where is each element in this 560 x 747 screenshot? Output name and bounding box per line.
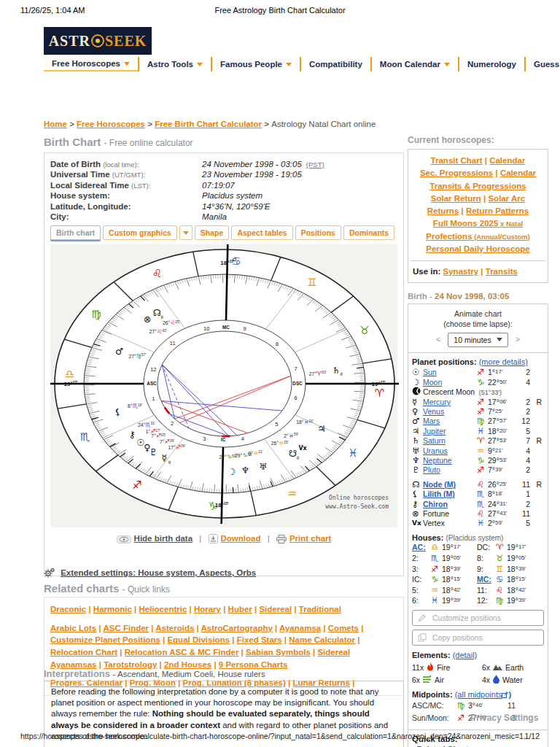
house-axis-link[interactable]: MC:: [477, 575, 491, 584]
tab-dominants[interactable]: Dominants: [343, 225, 394, 240]
position-degrees: 1°17': [488, 368, 519, 376]
planet-name: Venus: [423, 407, 477, 416]
nav-item-astro-tools[interactable]: Astro Tools: [138, 57, 211, 71]
lilith-glyph: ⚸: [114, 407, 121, 418]
horoscope-link[interactable]: Calendar: [500, 169, 536, 177]
quick-tab-link[interactable]: Related Charts: [417, 745, 472, 747]
time-lapse-select[interactable]: 10 minutes: [448, 333, 508, 347]
related-chart-link[interactable]: Sabian Symbols: [246, 648, 311, 657]
elements-detail-link[interactable]: (detail): [453, 651, 478, 659]
related-chart-link[interactable]: Asteroids: [155, 624, 194, 632]
horoscope-link[interactable]: Calendar: [489, 156, 525, 165]
nav-item-numerology[interactable]: Numerology: [458, 57, 524, 71]
next-step-button[interactable]: >: [516, 334, 520, 345]
related-chart-link[interactable]: Relocation Chart: [50, 648, 117, 657]
crescent-moon-link[interactable]: Crescent Moon: [423, 387, 475, 396]
planet-link[interactable]: Saturn: [423, 436, 446, 445]
download-link[interactable]: Download: [221, 534, 261, 543]
planet-link[interactable]: Sun: [423, 368, 437, 376]
horoscope-link[interactable]: Profections: [426, 232, 472, 241]
planet-link[interactable]: Venus: [423, 407, 444, 416]
copy-positions-button[interactable]: Copy positions: [412, 630, 544, 646]
planet-link[interactable]: Uranus: [423, 446, 448, 455]
astroseek-logo[interactable]: ASTRSEEK: [44, 27, 152, 55]
tab-shape[interactable]: Shape: [195, 225, 230, 240]
house-label: MC:: [477, 575, 496, 584]
hide-birth-data-link[interactable]: Hide birth data: [134, 534, 193, 543]
related-chart-link[interactable]: Huber: [228, 605, 252, 614]
nav-item-label: Free Horoscopes: [52, 59, 120, 68]
use-in-link[interactable]: Transits: [486, 267, 518, 276]
lilith-m--glyph: ⚸: [412, 489, 423, 499]
related-chart-link[interactable]: Sidereal: [259, 605, 292, 614]
related-chart-link[interactable]: Traditional: [299, 605, 341, 614]
related-chart-link[interactable]: Heliocentric: [139, 605, 187, 614]
position-degrees: 8°18': [488, 489, 519, 498]
breadcrumb-separator: >: [262, 120, 271, 128]
related-chart-link[interactable]: Name Calculator: [289, 635, 355, 644]
horoscope-link-small[interactable]: x Natal: [498, 220, 523, 228]
horoscope-link[interactable]: Return Patterns: [466, 206, 529, 215]
nav-item-free-horoscopes[interactable]: Free Horoscopes: [44, 57, 138, 71]
prev-step-button[interactable]: <: [436, 334, 440, 345]
nav-item-moon-calendar[interactable]: Moon Calendar: [370, 57, 458, 71]
horoscope-link[interactable]: Solar Arc: [488, 194, 525, 203]
related-chart-link[interactable]: Relocation ASC & MC Finder: [125, 648, 239, 657]
tab-aspect-tables[interactable]: Aspect tables: [231, 225, 292, 240]
privacy-settings[interactable]: Privacy Settings: [470, 713, 538, 723]
nav-item-guess-sign[interactable]: Guess Sign: [524, 57, 560, 71]
horoscope-link[interactable]: Transits & Progressions: [429, 182, 526, 190]
breadcrumb-link[interactable]: Home: [44, 120, 67, 128]
horoscope-link[interactable]: Sec. Progressions: [420, 169, 493, 177]
related-chart-link[interactable]: 9 Persona Charts: [219, 660, 288, 669]
horoscope-link-small[interactable]: (Annual/Custom): [472, 233, 530, 241]
planet-link[interactable]: Lilith (M): [423, 489, 455, 498]
planet-link[interactable]: Mercury: [423, 398, 451, 406]
planet-link[interactable]: Node (M): [423, 480, 456, 489]
houses-list: AC:♎19°17'DC:♈19°17'2:♏19°05'8:♉19°05'3:…: [412, 542, 544, 606]
planet-link[interactable]: Mars: [423, 417, 440, 425]
nav-item-famous-people[interactable]: Famous People: [211, 57, 300, 71]
related-chart-link[interactable]: Tarotstrology: [104, 660, 157, 669]
planet-link[interactable]: Chiron: [423, 500, 448, 508]
related-chart-link[interactable]: Ayanamsa: [279, 624, 321, 632]
tab-positions[interactable]: Positions: [295, 225, 341, 240]
horoscope-link[interactable]: Transit Chart: [431, 156, 483, 165]
tab-birth-chart[interactable]: Birth chart: [50, 225, 101, 240]
planet-link[interactable]: Pluto: [423, 465, 440, 474]
related-chart-link[interactable]: Horary: [194, 605, 221, 614]
horoscope-link[interactable]: Full Moons 2025: [433, 219, 498, 228]
horoscope-link[interactable]: Personal Daily Horoscope: [426, 244, 530, 253]
related-chart-link[interactable]: Fixed Stars: [237, 635, 282, 644]
customize-positions-button[interactable]: Customize positions: [412, 610, 544, 626]
related-chart-link[interactable]: Draconic: [50, 605, 86, 614]
more-details-link[interactable]: (more details): [479, 357, 528, 366]
related-chart-link[interactable]: Comets: [328, 624, 359, 632]
related-chart-link[interactable]: ASC Finder: [103, 624, 149, 632]
breadcrumb-link[interactable]: Free Birth Chart Calculator: [155, 120, 262, 128]
planet-link[interactable]: Jupiter: [423, 427, 446, 436]
mars-glyph: ♂: [115, 346, 123, 357]
extended-settings-link[interactable]: Extended settings: House system, Aspects…: [61, 568, 256, 577]
planet-link[interactable]: Neptune: [423, 456, 452, 465]
horoscope-link[interactable]: Solar Return: [431, 194, 481, 203]
timezone-link[interactable]: (PST): [306, 160, 324, 169]
related-chart-link[interactable]: Arabic Lots: [50, 624, 96, 632]
breadcrumb-link[interactable]: Free Horoscopes: [77, 120, 145, 128]
all-midpoints-link[interactable]: (all midpoints: [455, 690, 502, 699]
planet-link[interactable]: Moon: [423, 378, 442, 387]
horoscope-link[interactable]: Returns: [427, 206, 459, 215]
related-chart-link[interactable]: Harmonic: [93, 605, 132, 614]
use-in-link[interactable]: Synastry: [443, 267, 479, 276]
nav-item-compatibility[interactable]: Compatibility: [300, 57, 370, 71]
tab-custom-graphics[interactable]: Custom graphics: [103, 225, 177, 240]
zodiac-sign-glyph: ♐: [132, 479, 141, 492]
related-chart-link[interactable]: 2nd Houses: [164, 660, 211, 669]
house-number: 4: [519, 446, 530, 455]
related-chart-link[interactable]: AstroCartography: [201, 624, 273, 632]
print-chart-link[interactable]: Print chart: [289, 534, 332, 543]
related-chart-link[interactable]: Customize Planet Positions: [50, 635, 160, 644]
house-axis-link[interactable]: AC:: [412, 543, 426, 551]
related-chart-link[interactable]: Equal Divisions: [167, 635, 230, 644]
tab-dropdown-arrow[interactable]: [179, 225, 192, 240]
